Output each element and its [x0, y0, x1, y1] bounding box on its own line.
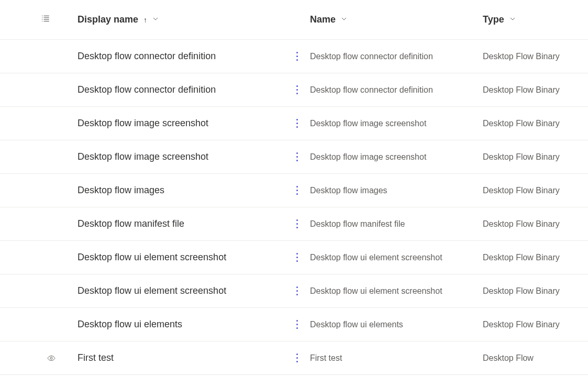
chevron-down-icon — [152, 16, 159, 24]
cell-display-name[interactable]: Desktop flow ui elements — [77, 319, 284, 330]
name-text: First test — [310, 353, 342, 363]
display-name-text: First test — [77, 352, 114, 363]
column-header-label: Name — [310, 14, 336, 25]
cell-display-name[interactable]: Desktop flow ui element screenshot — [77, 285, 284, 296]
more-vertical-icon[interactable] — [292, 48, 302, 65]
cell-display-name[interactable]: Desktop flow ui element screenshot — [77, 252, 284, 263]
cell-display-name[interactable]: Desktop flow image screenshot — [77, 151, 284, 162]
cell-type: Desktop Flow Binary — [483, 52, 588, 61]
eye-icon — [41, 354, 62, 362]
display-name-text: Desktop flow connector definition — [77, 51, 216, 62]
table-row[interactable]: Desktop flow ui element screenshotDeskto… — [0, 241, 588, 274]
more-vertical-icon[interactable] — [292, 316, 302, 333]
row-actions-cell — [284, 182, 310, 199]
table-row[interactable]: Desktop flow ui element screenshotDeskto… — [0, 274, 588, 308]
name-text: Desktop flow ui elements — [310, 320, 403, 329]
chevron-down-icon — [509, 16, 516, 24]
cell-name: Desktop flow connector definition — [310, 85, 483, 95]
cell-display-name[interactable]: Desktop flow image screenshot — [77, 118, 284, 129]
table-row[interactable]: First testFirst testDesktop Flow — [0, 341, 588, 375]
row-indicator-cell — [41, 354, 77, 362]
table-row[interactable]: Desktop flow image screenshotDesktop flo… — [0, 107, 588, 140]
cell-name: Desktop flow image screenshot — [310, 119, 483, 128]
more-vertical-icon[interactable] — [292, 182, 302, 199]
data-table: Display name ↑ Name Type Desktop flow co… — [0, 0, 588, 375]
more-vertical-icon[interactable] — [292, 249, 302, 266]
name-text: Desktop flow images — [310, 186, 387, 195]
view-selector-cell — [41, 14, 77, 26]
table-row[interactable]: Desktop flow ui elementsDesktop flow ui … — [0, 308, 588, 341]
cell-name: Desktop flow manifest file — [310, 219, 483, 229]
cell-type: Desktop Flow Binary — [483, 286, 588, 296]
name-text: Desktop flow connector definition — [310, 85, 433, 95]
cell-display-name[interactable]: Desktop flow manifest file — [77, 218, 284, 229]
cell-display-name[interactable]: Desktop flow connector definition — [77, 51, 284, 62]
cell-display-name[interactable]: Desktop flow connector definition — [77, 84, 284, 95]
cell-type: Desktop Flow Binary — [483, 152, 588, 162]
table-row[interactable]: Desktop flow manifest fileDesktop flow m… — [0, 207, 588, 241]
display-name-text: Desktop flow images — [77, 185, 164, 196]
row-actions-cell — [284, 48, 310, 65]
more-vertical-icon[interactable] — [292, 81, 302, 98]
display-name-text: Desktop flow manifest file — [77, 218, 184, 229]
name-text: Desktop flow ui element screenshot — [310, 253, 442, 262]
row-actions-cell — [284, 148, 310, 165]
table-row[interactable]: Desktop flow image screenshotDesktop flo… — [0, 140, 588, 174]
row-actions-cell — [284, 249, 310, 266]
name-text: Desktop flow image screenshot — [310, 152, 426, 162]
display-name-text: Desktop flow connector definition — [77, 84, 216, 95]
type-text: Desktop Flow Binary — [483, 320, 560, 329]
type-text: Desktop Flow Binary — [483, 152, 560, 162]
name-text: Desktop flow connector definition — [310, 52, 433, 61]
cell-display-name[interactable]: First test — [77, 352, 284, 363]
type-text: Desktop Flow Binary — [483, 85, 560, 95]
row-actions-cell — [284, 316, 310, 333]
more-vertical-icon[interactable] — [292, 282, 302, 300]
table-row[interactable]: Desktop flow imagesDesktop flow imagesDe… — [0, 174, 588, 207]
more-vertical-icon[interactable] — [292, 349, 302, 367]
row-actions-cell — [284, 115, 310, 132]
cell-name: Desktop flow connector definition — [310, 52, 483, 61]
cell-type: Desktop Flow Binary — [483, 119, 588, 128]
list-view-icon[interactable] — [41, 14, 50, 26]
column-header-label: Display name — [77, 14, 138, 25]
display-name-text: Desktop flow ui element screenshot — [77, 285, 226, 296]
column-header-label: Type — [483, 14, 504, 25]
name-text: Desktop flow manifest file — [310, 219, 405, 229]
type-text: Desktop Flow Binary — [483, 219, 560, 229]
more-vertical-icon[interactable] — [292, 215, 302, 233]
cell-name: Desktop flow images — [310, 186, 483, 195]
type-text: Desktop Flow Binary — [483, 253, 560, 262]
row-actions-cell — [284, 282, 310, 300]
table-row[interactable]: Desktop flow connector definitionDesktop… — [0, 40, 588, 73]
more-vertical-icon[interactable] — [292, 115, 302, 132]
cell-type: Desktop Flow Binary — [483, 85, 588, 95]
column-header-name[interactable]: Name — [310, 14, 483, 25]
table-row[interactable]: Desktop flow connector definitionDesktop… — [0, 73, 588, 107]
display-name-text: Desktop flow ui element screenshot — [77, 252, 226, 263]
cell-name: Desktop flow ui element screenshot — [310, 253, 483, 262]
display-name-text: Desktop flow image screenshot — [77, 151, 208, 162]
cell-display-name[interactable]: Desktop flow images — [77, 185, 284, 196]
cell-type: Desktop Flow Binary — [483, 219, 588, 229]
cell-type: Desktop Flow Binary — [483, 186, 588, 195]
name-text: Desktop flow image screenshot — [310, 119, 426, 128]
display-name-text: Desktop flow ui elements — [77, 319, 182, 330]
cell-type: Desktop Flow — [483, 353, 588, 363]
more-vertical-icon[interactable] — [292, 148, 302, 165]
display-name-text: Desktop flow image screenshot — [77, 118, 208, 129]
name-text: Desktop flow ui element screenshot — [310, 286, 442, 296]
type-text: Desktop Flow Binary — [483, 186, 560, 195]
sort-ascending-icon: ↑ — [143, 16, 147, 24]
cell-name: Desktop flow ui element screenshot — [310, 286, 483, 296]
row-actions-cell — [284, 215, 310, 233]
table-header-row: Display name ↑ Name Type — [0, 0, 588, 40]
chevron-down-icon — [341, 16, 347, 24]
svg-point-8 — [50, 357, 52, 359]
column-header-type[interactable]: Type — [483, 14, 588, 25]
cell-type: Desktop Flow Binary — [483, 253, 588, 262]
cell-name: First test — [310, 353, 483, 363]
type-text: Desktop Flow Binary — [483, 119, 560, 128]
column-header-display-name[interactable]: Display name ↑ — [77, 14, 284, 25]
cell-name: Desktop flow ui elements — [310, 320, 483, 329]
